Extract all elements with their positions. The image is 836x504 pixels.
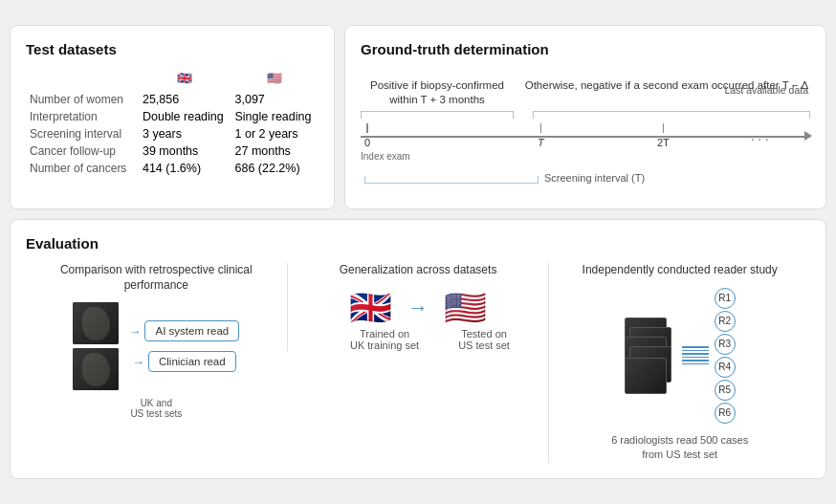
tick-T: T bbox=[538, 123, 544, 148]
test-datasets-card: Test datasets 🇬🇧 🇺🇸 Number of women 25,8… bbox=[10, 25, 335, 209]
timeline-area: Positive if biopsy-confirmed within T + … bbox=[361, 69, 810, 193]
index-exam-label: Index exam bbox=[361, 151, 410, 162]
axis-dots: ... bbox=[751, 127, 772, 144]
reader-circle: R5 bbox=[715, 380, 736, 401]
uk-flag-big: 🇬🇧 bbox=[349, 288, 392, 328]
screening-interval-row: Screening interval (T) bbox=[361, 172, 810, 184]
row-us: Single reading bbox=[231, 108, 319, 125]
uk-flag-header: 🇬🇧 bbox=[139, 69, 231, 91]
eval-card: Evaluation Comparison with retrospective… bbox=[10, 219, 826, 478]
reader-line bbox=[682, 360, 709, 362]
clinician-label: Clinician read bbox=[159, 356, 226, 367]
reader-circle: R6 bbox=[715, 403, 736, 424]
dataset-row: Cancer follow-up 39 months 27 months bbox=[26, 142, 319, 160]
clinician-box: Clinician read bbox=[148, 351, 236, 372]
reader-circle: R3 bbox=[715, 334, 736, 355]
mammo-img-1 bbox=[73, 302, 119, 344]
reader-circle: R4 bbox=[715, 357, 736, 378]
dataset-row: Interpretation Double reading Single rea… bbox=[26, 108, 319, 125]
reader-line bbox=[682, 350, 709, 352]
axis-row: 0 T 2T ... Last available data bbox=[361, 122, 810, 149]
brace-row bbox=[361, 111, 810, 119]
reader-visual: R1R2R3R4R5R6 bbox=[625, 288, 736, 424]
uk-flag-group: 🇬🇧 bbox=[349, 288, 392, 328]
row-us: 686 (22.2%) bbox=[231, 160, 319, 177]
eval-sections: Comparison with retrospective clinical p… bbox=[26, 263, 810, 462]
screening-interval-label: Screening interval (T) bbox=[544, 172, 645, 184]
us-flag-header: 🇺🇸 bbox=[231, 69, 319, 91]
eval-title: Evaluation bbox=[26, 235, 810, 252]
dataset-row: Screening interval 3 years 1 or 2 years bbox=[26, 125, 319, 142]
col-label-header bbox=[26, 69, 139, 91]
reader-line bbox=[682, 353, 709, 355]
top-row: Test datasets 🇬🇧 🇺🇸 Number of women 25,8… bbox=[10, 25, 826, 209]
ground-truth-card: Ground-truth determination Positive if b… bbox=[344, 25, 826, 209]
mammo-pair bbox=[73, 302, 119, 390]
ground-truth-title: Ground-truth determination bbox=[361, 41, 810, 57]
tick-0: 0 bbox=[364, 123, 370, 148]
dataset-row: Number of cancers 414 (1.6%) 686 (22.2%) bbox=[26, 160, 319, 177]
reader-caption: 6 radiologists read 500 cases from US te… bbox=[611, 433, 748, 463]
trained-label: Trained on UK training set bbox=[346, 328, 423, 351]
positive-label: Positive if biopsy-confirmed within T + … bbox=[361, 78, 514, 107]
reader-lines-container bbox=[682, 344, 709, 366]
tick-2T: 2T bbox=[657, 123, 670, 148]
reader-line bbox=[682, 363, 709, 365]
row-label: Number of cancers bbox=[26, 160, 139, 177]
flow-arrows: → AI system read → Clinician read bbox=[128, 320, 239, 372]
bottom-row: Evaluation Comparison with retrospective… bbox=[10, 219, 826, 478]
eval-section-reader: Independently conducted reader study bbox=[548, 263, 810, 462]
row-uk: 3 years bbox=[139, 125, 231, 142]
gen-arrow: → bbox=[407, 296, 429, 320]
us-flag-big: 🇺🇸 bbox=[444, 288, 487, 328]
row-uk: 39 months bbox=[139, 142, 231, 160]
row-us: 1 or 2 years bbox=[231, 125, 319, 142]
row-uk: Double reading bbox=[139, 108, 231, 125]
uk-us-label: UK andUS test sets bbox=[130, 398, 182, 419]
positive-brace bbox=[361, 111, 514, 119]
arrow-to-clinician: → bbox=[132, 355, 144, 369]
stack-img-5 bbox=[625, 358, 667, 394]
row-us: 3,097 bbox=[231, 91, 319, 108]
row-label: Number of women bbox=[26, 91, 139, 108]
comparison-content: → AI system read → Clinician read bbox=[73, 302, 239, 390]
mammo-stack bbox=[625, 318, 676, 394]
row-us: 27 months bbox=[231, 142, 319, 160]
mammo-img-2 bbox=[73, 348, 119, 390]
axis-line bbox=[361, 136, 810, 138]
tick-sublabels: Index exam bbox=[361, 151, 810, 168]
eval-section-generalization: Generalization across datasets 🇬🇧 → 🇺🇸 T… bbox=[287, 263, 549, 351]
negative-brace bbox=[533, 111, 810, 119]
reader-circle: R2 bbox=[715, 311, 736, 332]
test-datasets-title: Test datasets bbox=[26, 41, 319, 57]
dataset-table: 🇬🇧 🇺🇸 Number of women 25,856 3,097 Inter… bbox=[26, 69, 319, 177]
screening-interval-brace bbox=[364, 176, 539, 184]
row-label: Interpretation bbox=[26, 108, 139, 125]
last-data-label: Last available data bbox=[724, 84, 808, 98]
row-label: Screening interval bbox=[26, 125, 139, 142]
row-uk: 25,856 bbox=[139, 91, 231, 108]
eval-section-comparison: Comparison with retrospective clinical p… bbox=[26, 263, 287, 419]
axis-arrow bbox=[804, 131, 812, 141]
row-uk: 414 (1.6%) bbox=[139, 160, 231, 177]
flags-row: 🇬🇧 → 🇺🇸 bbox=[349, 288, 487, 328]
dataset-row: Number of women 25,856 3,097 bbox=[26, 91, 319, 108]
main-container: Test datasets 🇬🇧 🇺🇸 Number of women 25,8… bbox=[0, 15, 836, 488]
reader-line bbox=[682, 357, 709, 359]
us-flag-group: 🇺🇸 bbox=[444, 288, 487, 328]
ai-flow-row: → AI system read bbox=[128, 320, 239, 341]
reader-title: Independently conducted reader study bbox=[583, 263, 778, 278]
reader-line bbox=[682, 346, 709, 348]
generalization-title: Generalization across datasets bbox=[340, 263, 497, 278]
reader-fan-lines bbox=[682, 318, 709, 394]
reader-circles-container: R1R2R3R4R5R6 bbox=[715, 288, 736, 424]
ai-system-box: AI system read bbox=[144, 320, 239, 341]
tested-label: Tested on US test set bbox=[446, 328, 522, 351]
row-label: Cancer follow-up bbox=[26, 142, 139, 160]
reader-circle: R1 bbox=[715, 288, 736, 309]
clinician-flow-row: → Clinician read bbox=[132, 351, 236, 372]
gen-labels: Trained on UK training set Tested on US … bbox=[346, 328, 490, 351]
arrow-to-ai: → bbox=[128, 324, 141, 339]
ai-system-label: AI system read bbox=[155, 325, 229, 337]
comparison-title: Comparison with retrospective clinical p… bbox=[33, 263, 279, 293]
